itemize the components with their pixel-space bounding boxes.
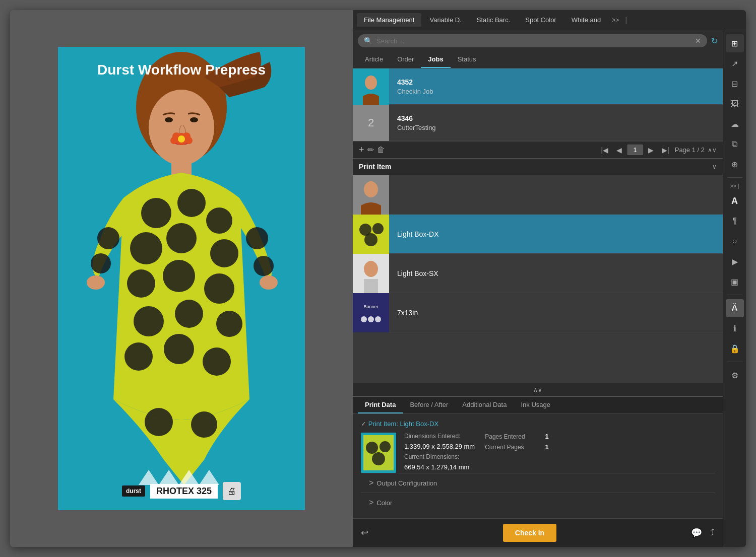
cloud-icon-btn[interactable]: ☁ xyxy=(726,115,744,133)
footer-icon-share[interactable]: ⤴ xyxy=(710,527,715,538)
output-config-arrow: > xyxy=(369,478,373,488)
tab-order[interactable]: Order xyxy=(390,51,421,68)
job-thumbnail-1 xyxy=(353,68,389,105)
current-pages-row: Current Pages 1 xyxy=(485,443,549,451)
tab-jobs[interactable]: Jobs xyxy=(421,51,450,68)
link-icon-btn[interactable]: ⊕ xyxy=(726,155,744,173)
tab-spot-color[interactable]: Spot Color xyxy=(518,13,563,27)
next-page-button[interactable]: ▶ xyxy=(646,145,656,155)
output-config-section[interactable]: > Output Configuration xyxy=(361,473,715,493)
svg-point-34 xyxy=(145,408,173,436)
print-item-label-7x13: 7x13in xyxy=(389,303,426,323)
sidebar-divider-3 xyxy=(727,362,742,362)
print-item-lightbox-dx[interactable]: Light Box-DX xyxy=(353,215,723,254)
print-item-7x13[interactable]: Banner 7x13in xyxy=(353,293,723,332)
tab-print-data[interactable]: Print Data xyxy=(358,397,403,413)
last-page-button[interactable]: ▶| xyxy=(659,145,672,155)
job-item-1[interactable]: 4352 Checkin Job xyxy=(353,68,723,105)
clear-search-button[interactable]: ✕ xyxy=(695,37,701,45)
svg-point-9 xyxy=(170,137,177,144)
settings-icon-btn[interactable]: ⚙ xyxy=(726,366,744,384)
delete-job-button[interactable]: 🗑 xyxy=(377,146,385,155)
detail-stats: Pages Entered 1 Current Pages 1 xyxy=(485,433,549,471)
grid-icon-btn[interactable]: ⊟ xyxy=(726,75,744,93)
more-right-btn[interactable]: >> xyxy=(730,183,737,189)
cursor-icon-btn[interactable]: ↗ xyxy=(726,54,744,73)
svg-text:Banner: Banner xyxy=(363,304,378,309)
job-item-2[interactable]: 2 4346 CutterTesting xyxy=(353,105,723,141)
info-icon-btn[interactable]: ℹ xyxy=(726,319,744,337)
more-tabs-button[interactable]: >> xyxy=(609,15,622,26)
bottom-section: Print Data Before / After Additional Dat… xyxy=(353,396,723,547)
print-item-lightbox-sx[interactable]: Light Box-SX xyxy=(353,254,723,293)
pages-entered-label: Pages Entered xyxy=(485,433,525,440)
svg-point-28 xyxy=(97,227,119,249)
output-config-label: Output Configuration xyxy=(376,479,437,487)
tab-before-after[interactable]: Before / After xyxy=(403,397,455,413)
text-icon: A xyxy=(731,196,738,206)
svg-point-25 xyxy=(124,342,153,371)
footer-icon-reply[interactable]: ↩ xyxy=(361,527,368,538)
tab-article[interactable]: Article xyxy=(358,51,390,68)
edit-job-button[interactable]: ✏ xyxy=(367,145,374,155)
checkin-button[interactable]: Check in xyxy=(503,524,556,542)
job-info-2: 4346 CutterTesting xyxy=(389,108,723,137)
frame-icon-btn[interactable]: ▣ xyxy=(726,272,744,291)
image-icon-btn[interactable]: 🖼 xyxy=(726,95,744,113)
tab-ink-usage[interactable]: Ink Usage xyxy=(514,397,557,413)
main-content-area: 🔍 ✕ ↻ Article Order Jobs Status xyxy=(353,30,746,547)
svg-point-18 xyxy=(210,239,238,267)
print-items-title: Print Item xyxy=(359,163,712,171)
layers-icon: ⧉ xyxy=(732,140,737,149)
layers-icon-btn[interactable]: ⧉ xyxy=(726,135,744,153)
collapse-print-items-button[interactable]: ∨ xyxy=(712,163,717,170)
link-icon: ⊕ xyxy=(731,160,738,169)
tab-additional-data[interactable]: Additional Data xyxy=(455,397,514,413)
job-id-2: 4346 xyxy=(397,114,715,122)
center-panel: 🔍 ✕ ↻ Article Order Jobs Status xyxy=(353,30,723,547)
model-info-bar: durst RHOTEX 325 🖨 xyxy=(58,482,305,500)
color-label: Color xyxy=(376,499,392,507)
tab-white-and[interactable]: White and xyxy=(564,13,608,27)
page-input[interactable] xyxy=(627,145,643,155)
svg-point-3 xyxy=(165,117,173,122)
svg-point-10 xyxy=(185,137,193,144)
lock-icon-btn[interactable]: 🔒 xyxy=(726,339,744,358)
footer-icon-chat[interactable]: 💬 xyxy=(691,527,702,538)
sidebar-divider-2 xyxy=(727,295,742,295)
svg-point-49 xyxy=(361,316,367,322)
prev-page-button[interactable]: ◀ xyxy=(614,145,624,155)
svg-point-26 xyxy=(164,334,194,364)
job-id-1: 4352 xyxy=(397,78,715,86)
color-section[interactable]: > Color xyxy=(361,493,715,512)
oval-icon-btn[interactable]: ○ xyxy=(726,232,744,250)
add-job-button[interactable]: + xyxy=(359,145,364,155)
print-items-list: Light Box-DX Light Box-SX xyxy=(353,175,723,383)
print-item-empty[interactable] xyxy=(353,175,723,215)
tab-variable-data[interactable]: Variable D. xyxy=(422,13,468,27)
first-page-button[interactable]: |◀ xyxy=(598,145,611,155)
play-icon-btn[interactable]: ▶ xyxy=(726,252,744,270)
page-info: Page 1 / 2 xyxy=(675,146,705,154)
pages-entered-row: Pages Entered 1 xyxy=(485,433,549,440)
detail-row: Dimensions Entered: 1.339,09 x 2.558,29 … xyxy=(361,433,715,473)
svg-point-54 xyxy=(366,442,378,454)
svg-point-43 xyxy=(364,233,377,246)
text-icon-btn[interactable]: A xyxy=(726,192,744,210)
collapse-list-button[interactable]: ∧∨ xyxy=(708,147,717,154)
tab-static-barcode[interactable]: Static Barc. xyxy=(470,13,517,27)
model-name-label: RHOTEX 325 xyxy=(150,484,218,499)
refresh-button[interactable]: ↻ xyxy=(711,36,718,46)
image-icon: 🖼 xyxy=(731,99,739,108)
svg-point-27 xyxy=(203,347,231,376)
paragraph-icon-btn[interactable]: ¶ xyxy=(726,212,744,230)
layout-icon-btn[interactable]: ⊞ xyxy=(726,34,744,52)
svg-point-31 xyxy=(254,256,274,276)
search-input[interactable] xyxy=(376,37,691,45)
svg-point-55 xyxy=(380,441,391,452)
tab-status[interactable]: Status xyxy=(451,51,483,68)
bottom-tab-bar: Print Data Before / After Additional Dat… xyxy=(353,397,723,414)
tab-file-management[interactable]: File Management xyxy=(357,13,421,27)
badge-icon-btn[interactable]: Ä xyxy=(726,299,744,317)
collapse-arrow-btn[interactable]: ∧∨ xyxy=(353,383,723,396)
